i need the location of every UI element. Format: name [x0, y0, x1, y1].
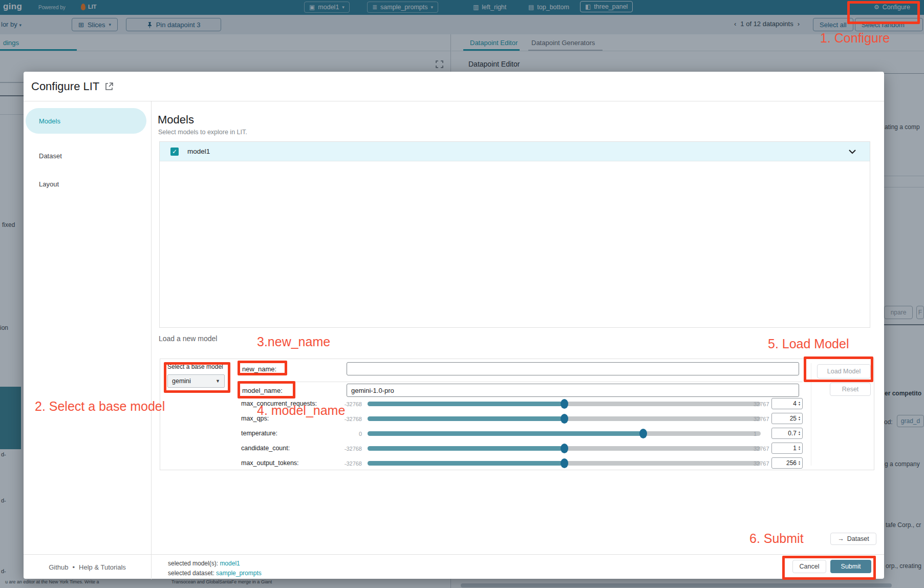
dialog-sidebar: Models Dataset Layout	[24, 101, 152, 554]
models-section-title: Models	[158, 113, 194, 127]
slider-value-input[interactable]: 25▴▾	[771, 413, 803, 424]
dialog-content: Models Select models to explore in LIT. …	[152, 101, 884, 554]
github-link[interactable]: Github	[49, 563, 68, 571]
models-section-subtitle: Select models to explore in LIT.	[158, 129, 247, 136]
slider-value-input[interactable]: 256▴▾	[771, 457, 803, 469]
slider-row: max_output_tokens: -32768 32767 256▴▾	[160, 457, 874, 469]
slider-row: max_qps: -32768 32767 25▴▾	[160, 412, 874, 425]
slider-min: -32768	[325, 401, 362, 407]
dialog-footer: Github • Help & Tutorials selected model…	[24, 554, 884, 579]
slider-min: -32768	[325, 416, 362, 422]
reset-button[interactable]: Reset	[830, 383, 871, 396]
slider-min: -32768	[325, 460, 362, 467]
model-list: ✓ model1	[159, 141, 870, 328]
load-new-model-title: Load a new model	[159, 334, 217, 343]
slider-max: 32767	[754, 446, 771, 452]
slider-max: 32767	[754, 460, 771, 467]
chevron-down-icon: ▼	[216, 379, 220, 384]
slider-thumb[interactable]	[561, 399, 568, 409]
configure-lit-dialog: Configure LIT Models Dataset Layout Mode…	[24, 72, 884, 579]
model-row-label: model1	[187, 148, 210, 155]
slider-max: 32767	[754, 416, 771, 422]
slider-thumb[interactable]	[561, 414, 568, 424]
divider	[811, 363, 811, 466]
slider-track[interactable]	[368, 402, 761, 406]
slider-label: max_output_tokens:	[241, 459, 299, 467]
load-model-button[interactable]: Load Model	[817, 364, 871, 379]
submit-button[interactable]: Submit	[830, 560, 871, 573]
dialog-title: Configure LIT	[31, 80, 99, 93]
slider-thumb[interactable]	[639, 429, 647, 438]
stepper-arrows-icon[interactable]: ▴▾	[799, 431, 800, 436]
divider	[237, 382, 803, 382]
base-model-label: Select a base model	[167, 363, 223, 370]
base-model-select[interactable]: gemini ▼	[167, 374, 225, 388]
arrow-right-icon: →	[837, 535, 844, 542]
slider-min: 0	[325, 431, 362, 437]
help-tutorials-link[interactable]: Help & Tutorials	[79, 563, 126, 571]
selected-models-line: selected model(s): model1	[168, 560, 240, 567]
slider-value-input[interactable]: 0.7▴▾	[771, 428, 803, 439]
new-name-input[interactable]	[347, 362, 799, 375]
slider-label: temperature:	[241, 430, 277, 437]
stepper-arrows-icon[interactable]: ▴▾	[799, 401, 800, 406]
selected-model-link[interactable]: model1	[220, 560, 240, 567]
slider-track[interactable]	[368, 431, 761, 436]
model-name-input[interactable]	[347, 384, 799, 397]
selected-dataset-link[interactable]: sample_prompts	[216, 570, 262, 577]
slider-label: candidate_count:	[241, 445, 290, 452]
cancel-button[interactable]: Cancel	[792, 560, 826, 573]
selected-dataset-line: selected dataset: sample_prompts	[168, 570, 262, 577]
dataset-nav-button[interactable]: → Dataset	[830, 533, 876, 545]
slider-max: 32767	[754, 401, 771, 407]
slider-label: max_concurrent_requests:	[241, 400, 317, 407]
stepper-arrows-icon[interactable]: ▴▾	[799, 446, 800, 451]
chevron-down-icon[interactable]	[848, 149, 856, 154]
slider-max: 1	[754, 431, 771, 437]
slider-thumb[interactable]	[561, 444, 568, 453]
open-in-new-icon[interactable]	[104, 82, 114, 91]
new-name-label: new_name:	[242, 365, 276, 373]
slider-track[interactable]	[368, 416, 761, 421]
footer-links: Github • Help & Tutorials	[24, 555, 152, 579]
load-model-form: Select a base model gemini ▼ new_name: m…	[160, 359, 874, 470]
slider-value-input[interactable]: 1▴▾	[771, 443, 803, 454]
slider-min: -32768	[325, 446, 362, 452]
model-checkbox[interactable]: ✓	[170, 148, 179, 156]
sidebar-item-dataset[interactable]: Dataset	[26, 146, 146, 165]
model-row[interactable]: ✓ model1	[160, 142, 870, 161]
slider-thumb[interactable]	[561, 458, 568, 468]
stepper-arrows-icon[interactable]: ▴▾	[799, 416, 800, 421]
model-name-label: model_name:	[242, 387, 283, 394]
sidebar-item-models[interactable]: Models	[26, 108, 146, 134]
dialog-header: Configure LIT	[24, 72, 884, 101]
sidebar-item-layout[interactable]: Layout	[26, 175, 146, 193]
slider-label: max_qps:	[241, 415, 269, 422]
slider-row: temperature: 0 1 0.7▴▾	[160, 427, 874, 439]
slider-track[interactable]	[368, 461, 761, 466]
slider-value-input[interactable]: 4▴▾	[771, 398, 803, 409]
screen: ging Powered by LIT ▣ model1 ▾ ≣ sample_…	[0, 0, 924, 588]
dot-separator: •	[72, 563, 75, 571]
slider-track[interactable]	[368, 446, 761, 451]
slider-row: max_concurrent_requests: -32768 32767 4▴…	[160, 397, 874, 410]
slider-row: candidate_count: -32768 32767 1▴▾	[160, 442, 874, 454]
stepper-arrows-icon[interactable]: ▴▾	[799, 460, 800, 466]
